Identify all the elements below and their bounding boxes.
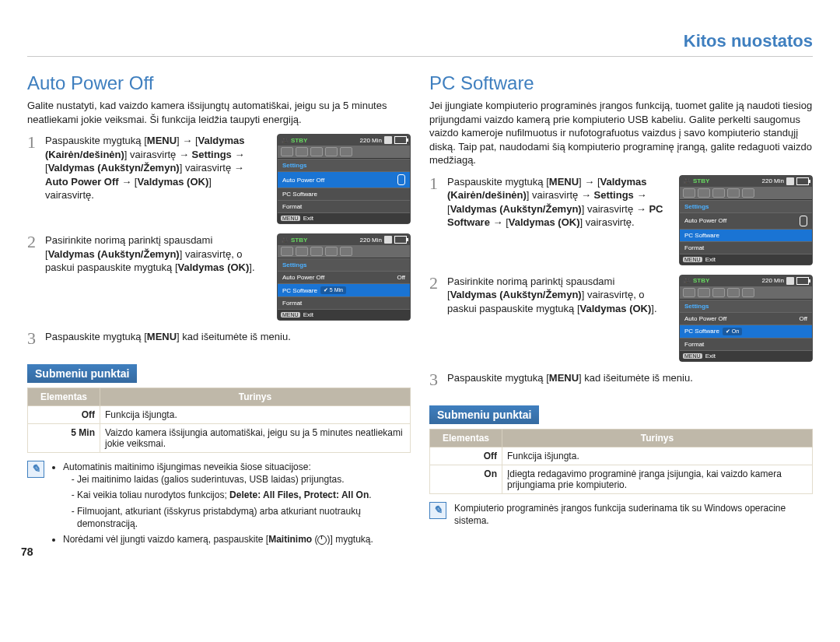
intro-apo: Galite nustatyti, kad vaizdo kamera išsi… [27,99,411,126]
step-number: 1 [429,175,438,265]
col-auto-power-off: Auto Power Off Galite nustatyti, kad vai… [27,72,411,549]
scroll-icon [397,174,405,185]
camera-screen-pcsw-1: 🎥STBY220 Min Settings Auto Power Off PC … [679,175,813,265]
camera-screen-apo-1: 🎥STBY220 Min Settings Auto Power Off PC … [277,134,411,224]
table-row: OnĮdiegta redagavimo programinė įranga į… [430,465,813,493]
step-2-apo: Pasirinkite norimą parinktį spausdami [V… [45,233,261,321]
heading-auto-power-off: Auto Power Off [27,72,411,94]
table-row: OffFunkcija išjungta. [430,447,813,465]
camera-screen-apo-2: 🎥STBY220 Min Settings Auto Power OffOff … [277,233,411,321]
note-pcsw: Kompiuterio programinės įrangos funkcija… [454,502,813,527]
note-icon: ✎ [429,502,446,527]
submenu-table-apo: ElementasTurinys OffFunkcija išjungta. 5… [27,388,411,453]
step-1-apo: Paspauskite mygtuką [MENU] → [Valdymas (… [45,134,261,224]
sd-icon [384,136,392,144]
power-icon [317,535,327,545]
step-3-pcsw: Paspauskite mygtuką [MENU] kad išeitumėt… [447,371,813,388]
table-row: OffFunkcija išjungta. [28,406,411,424]
step-number: 3 [27,330,36,347]
note-apo: Automatinis maitinimo išjungimas neveiki… [52,461,411,549]
page-number: 78 [21,546,33,558]
heading-pc-software: PC Software [429,72,813,94]
battery-icon [796,277,809,285]
sd-icon [384,236,392,244]
note-icon: ✎ [27,461,44,549]
camera-icon: 🎥 [281,137,289,144]
step-number: 2 [27,233,36,321]
battery-icon [394,236,407,244]
scroll-icon [800,216,807,226]
camera-icon: 🎥 [683,277,691,284]
camera-screen-pcsw-2: 🎥STBY220 Min Settings Auto Power OffOff … [679,275,813,362]
battery-icon [394,136,407,144]
running-head: Kitos nuostatos [27,31,813,57]
step-number: 1 [27,134,36,224]
step-number: 2 [429,275,438,362]
submenu-heading-pcsw: Submeniu punktai [429,405,539,424]
step-3-apo: Paspauskite mygtuką [MENU] kad išeitumėt… [45,330,411,347]
table-row: 5 MinVaizdo kamera išsijungia automatišk… [28,424,411,453]
col-pc-software: PC Software Jei įjungiate kompiuterio pr… [429,72,813,549]
step-1-pcsw: Paspauskite mygtuką [MENU] → [Valdymas (… [447,175,663,265]
submenu-table-pcsw: ElementasTurinys OffFunkcija išjungta. O… [429,429,813,494]
intro-pcsw: Jei įjungiate kompiuterio programinės įr… [429,99,813,167]
submenu-heading-apo: Submeniu punktai [27,364,137,383]
sd-icon [786,177,794,185]
battery-icon [796,177,809,185]
step-2-pcsw: Pasirinkite norimą parinktį spausdami [V… [447,275,663,362]
step-number: 3 [429,371,438,388]
camera-icon: 🎥 [281,237,289,244]
sd-icon [786,277,794,285]
camera-icon: 🎥 [683,177,691,184]
